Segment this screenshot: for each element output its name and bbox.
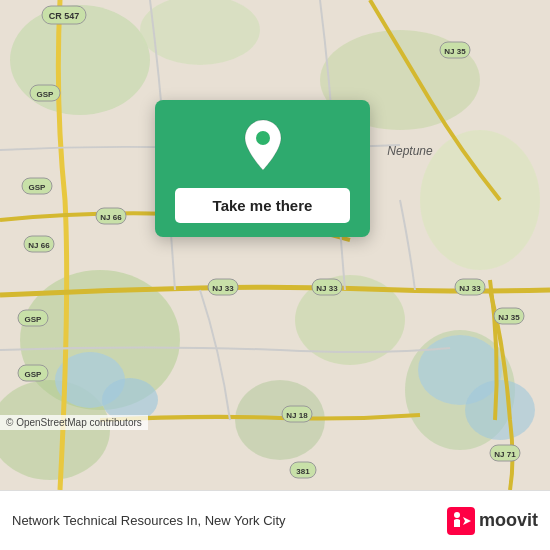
svg-text:NJ 66: NJ 66	[100, 213, 122, 222]
moovit-logo: moovit	[447, 507, 538, 535]
svg-text:GSP: GSP	[25, 370, 43, 379]
moovit-brand-name: moovit	[479, 510, 538, 531]
svg-text:NJ 18: NJ 18	[286, 411, 308, 420]
svg-text:GSP: GSP	[25, 315, 43, 324]
svg-text:NJ 71: NJ 71	[494, 450, 516, 459]
svg-text:381: 381	[296, 467, 310, 476]
location-pin-icon	[241, 118, 285, 172]
svg-text:GSP: GSP	[37, 90, 55, 99]
location-label: Network Technical Resources In, New York…	[12, 513, 447, 528]
map-attribution: © OpenStreetMap contributors	[0, 415, 148, 430]
take-me-there-button[interactable]: Take me there	[175, 188, 350, 223]
svg-text:NJ 33: NJ 33	[316, 284, 338, 293]
svg-text:Neptune: Neptune	[387, 144, 433, 158]
svg-text:NJ 66: NJ 66	[28, 241, 50, 250]
popup-card[interactable]: Take me there	[155, 100, 370, 237]
moovit-icon	[447, 507, 475, 535]
bottom-bar: Network Technical Resources In, New York…	[0, 490, 550, 550]
svg-text:NJ 33: NJ 33	[459, 284, 481, 293]
pin-icon-wrapper	[241, 118, 285, 176]
svg-point-13	[465, 380, 535, 440]
svg-text:GSP: GSP	[29, 183, 47, 192]
svg-point-45	[256, 131, 270, 145]
svg-point-47	[454, 512, 460, 518]
svg-text:NJ 35: NJ 35	[498, 313, 520, 322]
svg-point-4	[420, 130, 540, 270]
svg-text:NJ 35: NJ 35	[444, 47, 466, 56]
svg-text:CR 547: CR 547	[49, 11, 80, 21]
map-container: CR 547 GSP GSP GSP GSP NJ 35 NJ 66 NJ 66…	[0, 0, 550, 490]
svg-text:NJ 33: NJ 33	[212, 284, 234, 293]
